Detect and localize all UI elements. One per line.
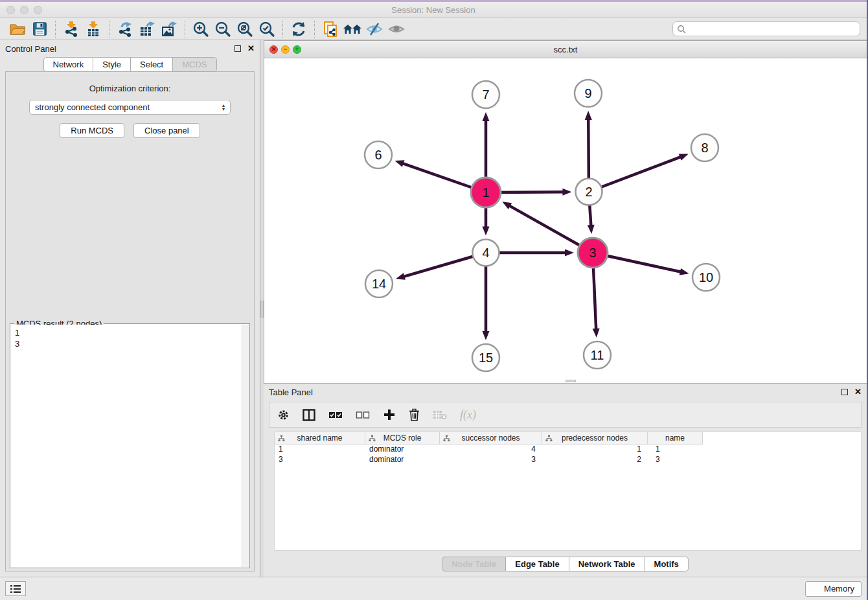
tab-style[interactable]: Style — [93, 57, 131, 72]
cell-successor-nodes[interactable]: 3 — [440, 455, 542, 465]
networks-home-icon[interactable] — [341, 19, 363, 39]
clone-network-icon[interactable] — [319, 19, 341, 39]
tab-edge-table[interactable]: Edge Table — [506, 557, 569, 571]
task-history-button[interactable] — [5, 581, 26, 596]
table-row[interactable]: 3 dominator 3 2 3 — [275, 455, 861, 465]
column-header-successor-nodes[interactable]: successor nodes — [440, 432, 542, 444]
memory-label: Memory — [824, 584, 854, 594]
save-session-icon[interactable] — [29, 19, 51, 39]
delete-column-icon[interactable] — [409, 408, 420, 421]
export-table-icon[interactable] — [136, 19, 158, 39]
zoom-fit-icon[interactable] — [234, 19, 256, 39]
open-session-icon[interactable] — [6, 19, 29, 39]
graph-node-label: 8 — [701, 141, 708, 155]
export-network-icon[interactable] — [114, 19, 136, 39]
tab-mcds[interactable]: MCDS — [173, 57, 216, 72]
cell-mcds-role[interactable]: dominator — [365, 444, 440, 455]
cell-shared-name[interactable]: 3 — [275, 455, 365, 465]
list-icon — [10, 584, 21, 594]
cell-predecessor-nodes[interactable]: 2 — [542, 455, 648, 465]
app-titlebar: Session: New Session — [0, 2, 867, 18]
column-view-icon[interactable] — [303, 409, 315, 421]
tab-select[interactable]: Select — [131, 57, 173, 72]
graph-node-label: 14 — [372, 277, 386, 291]
import-table-icon[interactable] — [82, 19, 104, 39]
graph-edge-2-8[interactable] — [589, 157, 681, 192]
graph-node-label: 15 — [479, 351, 493, 365]
graph-node-label: 1 — [482, 185, 489, 200]
table-row[interactable]: 1 dominator 4 1 1 — [275, 444, 861, 455]
hide-selected-eye-icon[interactable] — [363, 19, 385, 39]
criterion-dropdown[interactable]: strongly connected component ▴▾ — [29, 100, 231, 115]
network-window-titlebar: ✕ − + scc.txt — [264, 41, 867, 58]
column-tree-icon — [278, 435, 285, 442]
deselect-all-icon[interactable] — [356, 411, 370, 419]
zoom-selected-icon[interactable] — [256, 19, 278, 39]
criterion-value: strongly connected component — [35, 102, 222, 112]
zoom-in-icon[interactable] — [190, 19, 212, 39]
column-header-mcds-role[interactable]: MCDS role — [365, 432, 440, 444]
column-header-shared-name[interactable]: shared name — [275, 432, 365, 444]
canvas-resize-handle[interactable] — [565, 380, 576, 382]
column-tree-icon — [545, 435, 553, 442]
mcds-result-box: MCDS result (2 nodes) 1 3 — [10, 323, 250, 568]
dropdown-stepper-icon: ▴▾ — [222, 104, 225, 111]
import-network-icon[interactable] — [60, 19, 82, 39]
column-tree-icon — [369, 435, 376, 442]
graph-node-label: 4 — [482, 246, 489, 260]
result-scrollbar[interactable] — [242, 325, 249, 567]
column-header-predecessor-nodes[interactable]: predecessor nodes — [542, 432, 648, 444]
panel-splitter[interactable] — [260, 40, 264, 577]
network-graph[interactable]: 1234678910111415 — [264, 58, 867, 383]
toolbar-separator — [109, 21, 109, 38]
column-tree-icon — [443, 435, 450, 442]
cell-name[interactable]: 1 — [648, 444, 703, 455]
graph-node-label: 10 — [699, 270, 713, 284]
function-builder-icon-disabled: f(x) — [460, 408, 476, 422]
show-all-eye-icon[interactable] — [385, 19, 407, 39]
close-table-panel-icon[interactable]: ✕ — [854, 389, 862, 395]
select-all-icon[interactable] — [328, 411, 343, 419]
table-toolbar: f(x) — [269, 402, 862, 428]
run-mcds-button[interactable]: Run MCDS — [60, 123, 124, 138]
float-panel-icon[interactable] — [234, 45, 241, 52]
float-table-panel-icon[interactable] — [841, 389, 848, 395]
close-panel-button[interactable]: Close panel — [133, 123, 200, 138]
search-field[interactable] — [672, 21, 860, 36]
graph-edge-arrowhead — [483, 112, 490, 121]
network-canvas[interactable]: 1234678910111415 — [264, 58, 867, 383]
tab-network[interactable]: Network — [43, 57, 94, 72]
tab-motifs[interactable]: Motifs — [645, 557, 689, 571]
cell-shared-name[interactable]: 1 — [275, 444, 365, 455]
graph-edge-arrowhead — [565, 249, 574, 257]
table-settings-gear-icon[interactable] — [277, 409, 290, 421]
export-image-icon[interactable] — [158, 19, 180, 39]
toolbar-separator — [55, 21, 56, 38]
optimization-criterion-label: Optimization criterion: — [6, 84, 254, 93]
cell-mcds-role[interactable]: dominator — [365, 455, 440, 465]
control-panel-title: Control Panel — [5, 44, 56, 54]
status-bar: Memory — [0, 577, 867, 600]
cell-predecessor-nodes[interactable]: 1 — [542, 444, 648, 455]
graph-edge-arrowhead — [588, 225, 595, 234]
graph-node-label: 2 — [585, 185, 592, 199]
cell-successor-nodes[interactable]: 4 — [440, 444, 542, 455]
graph-node-label: 7 — [482, 87, 489, 102]
network-window-title: scc.txt — [264, 45, 867, 54]
toolbar-separator — [282, 21, 283, 38]
cell-name[interactable]: 3 — [648, 455, 703, 465]
zoom-out-icon[interactable] — [212, 19, 234, 39]
splitter-handle-icon[interactable] — [260, 301, 264, 317]
search-input[interactable] — [689, 25, 856, 34]
result-line: 3 — [15, 338, 238, 349]
column-header-name[interactable]: name — [648, 432, 703, 444]
refresh-view-icon[interactable] — [288, 19, 310, 39]
tab-node-table[interactable]: Node Table — [442, 557, 506, 571]
memory-button[interactable]: Memory — [805, 581, 862, 597]
graph-node-label: 9 — [584, 86, 591, 100]
add-column-icon[interactable] — [383, 408, 396, 421]
tab-network-table[interactable]: Network Table — [569, 557, 645, 571]
result-line: 1 — [15, 327, 238, 338]
close-panel-icon[interactable]: ✕ — [247, 45, 255, 52]
mcds-result-text[interactable]: 1 3 — [11, 325, 242, 567]
